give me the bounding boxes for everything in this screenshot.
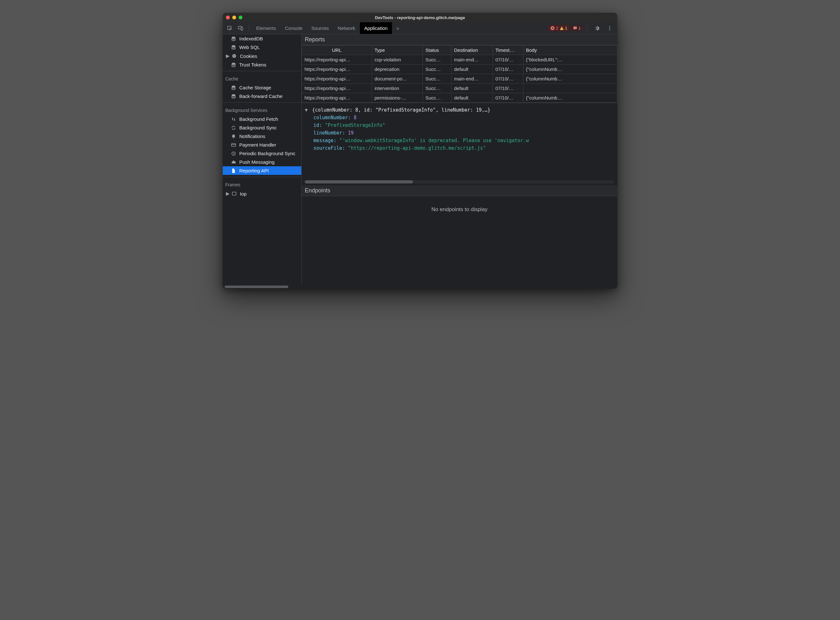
expand-arrow-icon[interactable]: ▶ — [226, 53, 229, 59]
db-icon — [231, 85, 237, 90]
console-counters[interactable]: 2 1 — [549, 25, 569, 31]
col-destination[interactable]: Destination — [451, 45, 493, 55]
expand-arrow-icon[interactable]: ▶ — [226, 191, 229, 197]
col-timestamp[interactable]: Timest… — [493, 45, 523, 55]
cell-url: https://reporting-api… — [302, 65, 372, 74]
sidebar-item-top[interactable]: ▶top — [223, 189, 301, 198]
col-type[interactable]: Type — [372, 45, 423, 55]
disclosure-triangle-icon[interactable]: ▼ — [305, 106, 309, 114]
table-row[interactable]: https://reporting-api…deprecationSucc…de… — [302, 65, 617, 74]
reports-header-row: URL Type Status Destination Timest… Body — [302, 45, 617, 55]
sidebar-item-label: Cookies — [240, 53, 257, 59]
db-icon — [231, 45, 237, 50]
sidebar-item-reporting-api[interactable]: Reporting API — [223, 166, 301, 175]
sidebar-section-frames: Frames — [223, 179, 301, 189]
col-body[interactable]: Body — [523, 45, 617, 55]
tab-sources[interactable]: Sources — [307, 22, 333, 34]
updown-icon — [231, 117, 237, 122]
svg-rect-24 — [232, 192, 236, 195]
settings-button[interactable] — [592, 24, 602, 33]
prop-value: "PrefixedStorageInfo" — [325, 122, 385, 128]
inspect-element-button[interactable] — [225, 24, 235, 33]
sidebar-item-payment-handler[interactable]: Payment Handler — [223, 140, 301, 149]
sidebar-item-indexeddb[interactable]: IndexedDB — [223, 34, 301, 43]
sidebar-item-trust-tokens[interactable]: Trust Tokens — [223, 60, 301, 69]
scrollbar-thumb[interactable] — [305, 180, 413, 184]
reports-section-header: Reports — [302, 34, 617, 45]
sidebar-item-push-messaging[interactable]: Push Messaging — [223, 158, 301, 166]
cell-body: {"columnNumb… — [523, 74, 617, 84]
svg-point-9 — [609, 26, 610, 27]
tab-network[interactable]: Network — [333, 22, 360, 34]
table-row[interactable]: https://reporting-api…interventionSucc…d… — [302, 84, 617, 93]
report-body-preview[interactable]: ▼ {columnNumber: 8, id: "PrefixedStorage… — [302, 103, 617, 185]
sidebar-item-cookies[interactable]: ▶Cookies — [223, 51, 301, 60]
cell-url: https://reporting-api… — [302, 74, 372, 84]
cell-dest: default — [451, 93, 493, 103]
svg-point-10 — [609, 28, 610, 29]
svg-point-14 — [232, 54, 236, 58]
tabs-overflow-button[interactable]: » — [392, 22, 403, 34]
col-url[interactable]: URL — [302, 45, 372, 55]
table-row[interactable]: https://reporting-api…csp-violationSucc…… — [302, 55, 617, 65]
table-row[interactable]: https://reporting-api…document-po…Succ…m… — [302, 74, 617, 84]
cell-status: Succ… — [423, 74, 451, 84]
horizontal-scrollbar[interactable] — [305, 180, 614, 184]
window-titlebar: DevTools - reporting-api-demo.glitch.me/… — [223, 13, 617, 22]
tab-console[interactable]: Console — [281, 22, 307, 34]
cell-type: csp-violation — [372, 55, 423, 65]
sidebar-item-label: Notifications — [239, 134, 265, 139]
prop-key: lineNumber: — [314, 130, 345, 136]
issues-counter[interactable]: 1 — [571, 25, 582, 31]
table-row[interactable]: https://reporting-api…permissions-…Succ…… — [302, 93, 617, 103]
scrollbar-thumb[interactable] — [225, 286, 288, 288]
panel-body: IndexedDBWeb SQL▶CookiesTrust Tokens Cac… — [223, 34, 617, 285]
sidebar-item-label: Background Fetch — [239, 116, 278, 122]
cell-type: intervention — [372, 84, 423, 93]
cell-dest: default — [451, 65, 493, 74]
devtools-toolbar: Elements Console Sources Network Applica… — [223, 22, 617, 34]
cloud-icon — [231, 160, 237, 165]
sidebar-item-label: Push Messaging — [239, 159, 274, 165]
prop-value: "'window.webkitStorageInfo' is deprecate… — [339, 138, 529, 143]
reports-table-wrap[interactable]: URL Type Status Destination Timest… Body… — [302, 45, 617, 103]
toolbar-separator — [587, 25, 587, 32]
sidebar-item-cache-storage[interactable]: Cache Storage — [223, 83, 301, 92]
cell-body: {"columnNumb… — [523, 65, 617, 74]
sidebar-item-background-fetch[interactable]: Background Fetch — [223, 115, 301, 123]
svg-rect-21 — [232, 143, 236, 146]
error-count: 2 — [556, 26, 558, 30]
card-icon — [231, 143, 237, 147]
sidebar-horizontal-scrollbar[interactable] — [223, 285, 617, 289]
sidebar-item-back-forward-cache[interactable]: Back-forward Cache — [223, 92, 301, 101]
sidebar-item-label: top — [240, 191, 247, 197]
bell-icon — [231, 134, 237, 139]
cell-dest: main-end… — [451, 74, 493, 84]
sidebar-item-label: Background Sync — [239, 125, 277, 130]
tab-elements[interactable]: Elements — [252, 22, 281, 34]
tab-application[interactable]: Application — [360, 22, 392, 34]
db-icon — [231, 36, 237, 41]
application-sidebar[interactable]: IndexedDBWeb SQL▶CookiesTrust Tokens Cac… — [223, 34, 302, 285]
cell-url: https://reporting-api… — [302, 55, 372, 65]
sidebar-item-background-sync[interactable]: Background Sync — [223, 123, 301, 132]
reporting-api-panel: Reports URL Type Status Destination Time… — [302, 34, 617, 285]
panel-tabs: Elements Console Sources Network Applica… — [252, 22, 403, 34]
more-menu-button[interactable] — [605, 24, 615, 33]
svg-point-15 — [233, 55, 234, 56]
sidebar-item-label: IndexedDB — [239, 36, 263, 41]
col-status[interactable]: Status — [423, 45, 451, 55]
cell-ts: 07/10/… — [493, 55, 523, 65]
clock-icon — [231, 151, 237, 156]
cell-type: document-po… — [372, 74, 423, 84]
sidebar-item-periodic-background-sync[interactable]: Periodic Background Sync — [223, 149, 301, 158]
prop-value: "https://reporting-api-demo.glitch.me/sc… — [348, 145, 486, 151]
sidebar-item-web-sql[interactable]: Web SQL — [223, 43, 301, 51]
sidebar-item-label: Web SQL — [239, 45, 260, 50]
cell-body — [523, 84, 617, 93]
sidebar-item-notifications[interactable]: Notifications — [223, 132, 301, 140]
cell-dest: main-end… — [451, 55, 493, 65]
device-toolbar-button[interactable] — [235, 24, 246, 33]
db-icon — [231, 62, 237, 68]
cell-ts: 07/10/… — [493, 93, 523, 103]
